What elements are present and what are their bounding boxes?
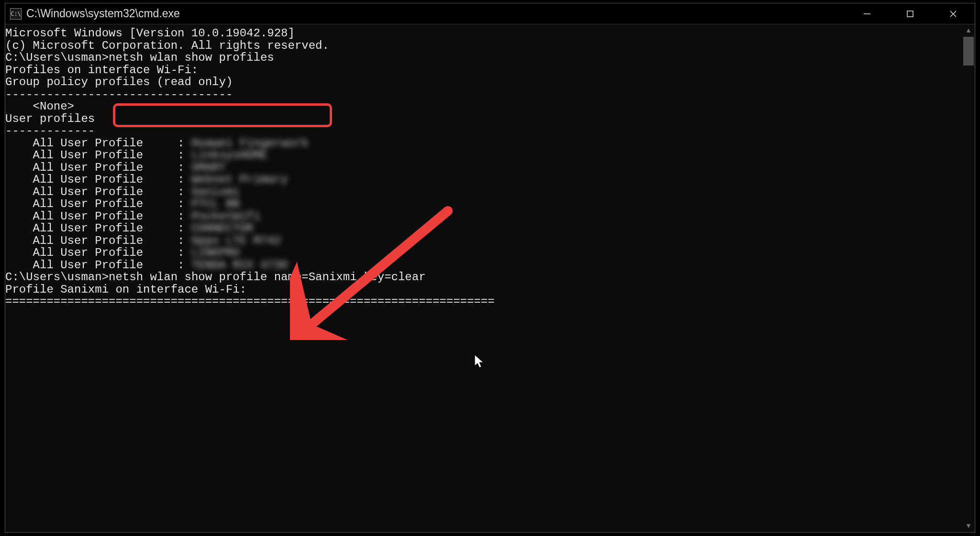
prompt-1: C:\Users\usman>netsh wlan show profiles xyxy=(5,52,962,64)
copyright-line: (c) Microsoft Corporation. All rights re… xyxy=(5,40,962,52)
vertical-scrollbar[interactable]: ▲ ▼ xyxy=(962,24,975,532)
user-profile-row: All User Profile : Huawei Fingerwork xyxy=(5,137,962,150)
blurred-profile-name: LinksysHOME xyxy=(191,149,267,162)
blurred-profile-name: PTCL BB xyxy=(191,197,240,210)
user-profile-row: All User Profile : SMART xyxy=(5,162,962,174)
close-icon xyxy=(949,10,958,18)
blurred-profile-name: Webnet Primary xyxy=(191,173,288,186)
user-profile-row: All User Profile : Oppo LTE M742 xyxy=(5,235,962,247)
user-profile-row: All User Profile : LINKPRO xyxy=(5,247,962,259)
terminal-area: Microsoft Windows [Version 10.0.19042.92… xyxy=(5,24,975,532)
version-line: Microsoft Windows [Version 10.0.19042.92… xyxy=(5,27,962,40)
user-profiles-header: User profiles xyxy=(5,113,962,125)
window-title: C:\Windows\system32\cmd.exe xyxy=(26,7,846,20)
blurred-profile-name: CONNECTOR xyxy=(191,222,254,235)
profile-info-divider: ========================================… xyxy=(5,295,962,308)
group-policy-divider: --------------------------------- xyxy=(5,88,962,101)
user-profile-row: All User Profile : Webnet Primary xyxy=(5,174,962,186)
svg-rect-1 xyxy=(907,11,913,17)
user-profile-row: All User Profile : TENDA MIX 4730 xyxy=(5,259,962,272)
group-policy-header: Group policy profiles (read only) xyxy=(5,76,962,88)
scroll-down-arrow-icon[interactable]: ▼ xyxy=(962,520,975,532)
profile-info-header: Profile Sanixmi on interface Wi-Fi: xyxy=(5,284,962,296)
scroll-up-arrow-icon[interactable]: ▲ xyxy=(962,24,975,37)
cmd-window: C:\ C:\Windows\system32\cmd.exe Microsof… xyxy=(5,3,975,533)
maximize-icon xyxy=(906,10,914,18)
minimize-icon xyxy=(863,10,871,18)
blurred-profile-name: Huawei Fingerwork xyxy=(191,137,309,150)
user-profile-row: All User Profile : PTCL BB xyxy=(5,198,962,210)
profiles-interface-header: Profiles on interface Wi-Fi: xyxy=(5,64,962,77)
blurred-profile-name: Oppo LTE M742 xyxy=(191,234,281,247)
minimize-button[interactable] xyxy=(846,3,889,24)
blurred-profile-name: Sanixmi xyxy=(191,186,240,198)
maximize-button[interactable] xyxy=(889,3,932,24)
close-button[interactable] xyxy=(932,3,975,24)
group-policy-none: <None> xyxy=(5,100,962,113)
terminal-output[interactable]: Microsoft Windows [Version 10.0.19042.92… xyxy=(5,24,962,532)
blurred-profile-name: PocketWifi xyxy=(191,210,260,223)
window-controls xyxy=(846,3,975,24)
scrollbar-track[interactable] xyxy=(962,37,975,520)
blurred-profile-name: SMART xyxy=(191,161,226,174)
blurred-profile-name: LINKPRO xyxy=(191,246,240,259)
prompt-2: C:\Users\usman>netsh wlan show profile n… xyxy=(5,271,962,284)
user-profile-row: All User Profile : LinksysHOME xyxy=(5,149,962,162)
titlebar[interactable]: C:\ C:\Windows\system32\cmd.exe xyxy=(5,3,975,24)
user-profile-row: All User Profile : PocketWifi xyxy=(5,210,962,223)
user-profiles-divider: ------------- xyxy=(5,125,962,137)
user-profile-row: All User Profile : CONNECTOR xyxy=(5,222,962,235)
user-profile-row: All User Profile : Sanixmi xyxy=(5,186,962,198)
scrollbar-thumb[interactable] xyxy=(963,37,974,66)
cmd-icon: C:\ xyxy=(10,8,22,20)
blurred-profile-name: TENDA MIX 4730 xyxy=(191,259,288,272)
